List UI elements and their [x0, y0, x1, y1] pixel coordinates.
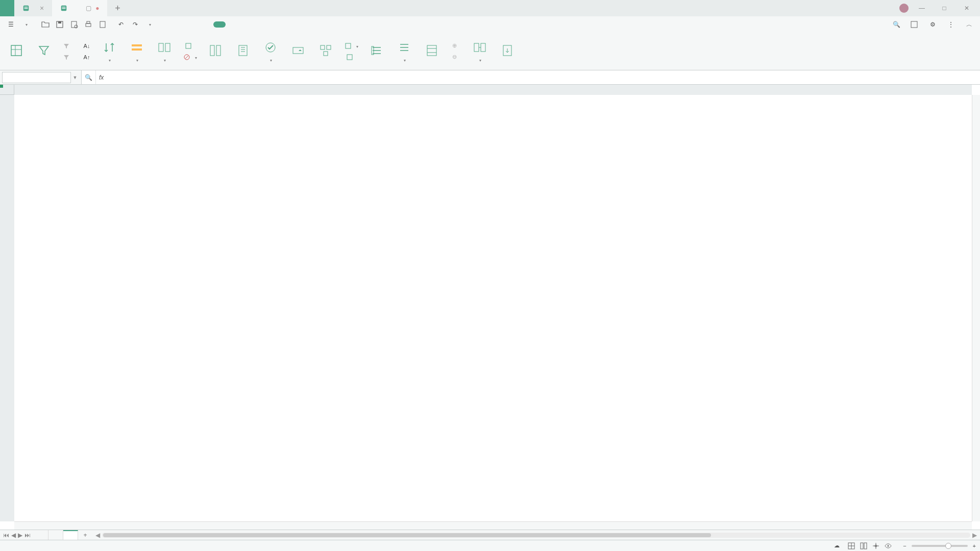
- more-icon[interactable]: ⋮: [944, 18, 958, 31]
- sort-desc-icon: A↑: [83, 53, 91, 61]
- print-preview-icon[interactable]: [67, 18, 81, 31]
- cells[interactable]: [14, 95, 972, 521]
- ungroup-button[interactable]: ▾: [392, 38, 416, 65]
- sheet-next-icon[interactable]: ▶: [18, 532, 22, 539]
- ribbon-tab-layout[interactable]: [189, 21, 201, 28]
- fx-icon[interactable]: fx: [96, 70, 107, 84]
- ribbon-tab-data[interactable]: [213, 21, 226, 28]
- sheet-tab[interactable]: [63, 530, 78, 540]
- reject-dup-button[interactable]: ▾: [180, 52, 200, 62]
- hscroll-thumb[interactable]: [103, 533, 711, 537]
- zoom-thumb[interactable]: [945, 543, 951, 549]
- split-icon: [208, 43, 223, 58]
- print-icon[interactable]: [82, 18, 95, 31]
- minimize-button[interactable]: —: [913, 0, 931, 16]
- horizontal-scrollbar[interactable]: ◀ ▶: [92, 530, 980, 540]
- view-reading-icon[interactable]: [871, 541, 880, 550]
- view-eye-icon[interactable]: [884, 541, 893, 550]
- ribbon-tab-start[interactable]: [164, 21, 177, 28]
- sheet-tab[interactable]: [48, 530, 63, 540]
- merge-tables-button[interactable]: ▾: [468, 38, 492, 65]
- zoom-slider[interactable]: [912, 545, 968, 547]
- sort-desc-button[interactable]: A↑: [80, 52, 94, 62]
- formula-input[interactable]: [107, 70, 980, 84]
- ribbon-tab-formula[interactable]: [201, 21, 213, 28]
- select-all-corner[interactable]: [0, 85, 14, 95]
- svg-rect-21: [186, 43, 191, 48]
- svg-rect-30: [327, 45, 331, 49]
- formula-bar: ▼ 🔍 fx: [0, 70, 980, 85]
- svg-rect-31: [324, 52, 328, 56]
- undo-icon[interactable]: ↶: [114, 18, 128, 31]
- titlebar-right: — □ ✕: [895, 0, 980, 16]
- zoom-icon[interactable]: 🔍: [85, 74, 92, 81]
- menubar: ☰ ▾ ↶ ↷ ▾ 🔍 ⚙ ⋮ ︿: [0, 16, 980, 33]
- sheet-last-icon[interactable]: ⏭: [24, 532, 31, 539]
- collapse-ribbon-icon[interactable]: ︿: [963, 18, 976, 31]
- view-pagebreak-icon[interactable]: [859, 541, 868, 550]
- close-dot-icon[interactable]: ●: [95, 5, 99, 12]
- svg-rect-13: [911, 21, 917, 28]
- subtotal-button[interactable]: [420, 41, 444, 62]
- sort-asc-button[interactable]: A↓: [80, 41, 94, 51]
- close-button[interactable]: ✕: [958, 0, 976, 16]
- screenshot-icon[interactable]: [908, 18, 921, 31]
- insert-dropdown-button[interactable]: [286, 41, 310, 62]
- sheet-first-icon[interactable]: ⏮: [3, 532, 9, 539]
- sheet-prev-icon[interactable]: ◀: [11, 532, 16, 539]
- redo-icon[interactable]: ↷: [129, 18, 142, 31]
- svg-rect-11: [87, 21, 90, 23]
- search-command[interactable]: 🔍: [893, 21, 902, 28]
- data-compare-button[interactable]: ▾: [152, 38, 177, 65]
- ribbon-tab-review[interactable]: [226, 21, 238, 28]
- zoom-out-button[interactable]: −: [903, 543, 906, 549]
- text-to-columns-button[interactable]: [203, 41, 228, 62]
- view-normal-icon[interactable]: [847, 541, 856, 550]
- import-text-button[interactable]: [495, 41, 520, 62]
- backup-status[interactable]: ☁: [834, 542, 842, 549]
- present-icon[interactable]: ▢: [86, 5, 91, 12]
- new-tab-button[interactable]: +: [107, 0, 128, 16]
- record-form-button[interactable]: [341, 52, 361, 62]
- validity-button[interactable]: ▾: [258, 38, 283, 65]
- ribbon: A↓ A↑ ▾ ▾ ▾ ▾ ▾ ▾ ▾ ⊕ ⊖ ▾: [0, 33, 980, 70]
- qat-dropdown-icon[interactable]: ▾: [143, 18, 156, 31]
- whatif-button[interactable]: ▾: [341, 41, 361, 51]
- pivot-button[interactable]: [4, 41, 29, 62]
- svg-rect-7: [58, 21, 61, 23]
- remove-dup-button[interactable]: [180, 41, 200, 51]
- doc-tab[interactable]: ×: [14, 0, 52, 16]
- close-icon[interactable]: ×: [40, 4, 44, 12]
- merge-icon: [473, 40, 487, 55]
- file-menu[interactable]: ▾: [18, 22, 32, 27]
- highlight-dup-button[interactable]: ▾: [125, 38, 149, 65]
- doc-tab[interactable]: ▢ ●: [52, 0, 107, 16]
- add-sheet-button[interactable]: +: [78, 530, 92, 540]
- showall-button: [59, 41, 77, 51]
- menu-icon[interactable]: ☰: [4, 18, 17, 31]
- maximize-button[interactable]: □: [935, 0, 953, 16]
- ribbon-tab-view[interactable]: [238, 21, 250, 28]
- autofilter-button[interactable]: [32, 41, 56, 62]
- group-button[interactable]: [364, 41, 389, 62]
- ribbon-tab-special[interactable]: [250, 21, 262, 28]
- open-icon[interactable]: [39, 18, 52, 31]
- sheet-tabs: [34, 530, 78, 540]
- svg-rect-32: [346, 43, 351, 48]
- settings-icon[interactable]: ⚙: [926, 18, 939, 31]
- zoom-in-button[interactable]: +: [973, 543, 976, 549]
- namebox-dropdown-icon[interactable]: ▼: [71, 75, 79, 80]
- vertical-scrollbar[interactable]: [972, 95, 980, 521]
- sheet-tab[interactable]: [34, 530, 48, 540]
- export-icon[interactable]: [96, 18, 109, 31]
- ribbon-tab-insert[interactable]: [177, 21, 189, 28]
- scroll-left-icon[interactable]: ◀: [95, 532, 100, 539]
- avatar[interactable]: [899, 4, 909, 13]
- scroll-right-icon[interactable]: ▶: [972, 532, 977, 539]
- smartfill-button[interactable]: [231, 41, 255, 62]
- name-box[interactable]: [2, 72, 71, 83]
- svg-rect-1: [24, 7, 28, 7]
- consolidate-button[interactable]: [313, 41, 338, 62]
- sort-button[interactable]: ▾: [97, 38, 121, 65]
- save-icon[interactable]: [53, 18, 66, 31]
